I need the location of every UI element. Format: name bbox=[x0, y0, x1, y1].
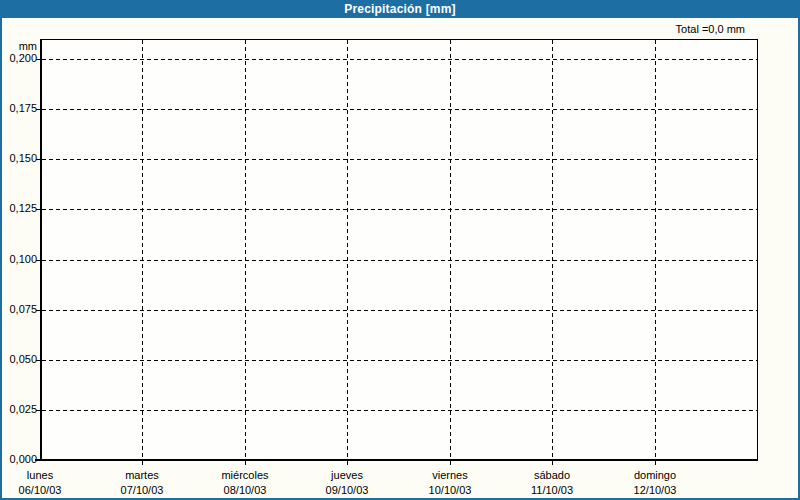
total-annotation: Total =0,0 mm bbox=[676, 23, 745, 35]
plot-area bbox=[40, 39, 758, 461]
x-gridline bbox=[142, 40, 143, 459]
y-tick-label: 0,150 bbox=[2, 152, 37, 165]
y-axis-line bbox=[40, 39, 42, 461]
day-date: 07/10/03 bbox=[121, 483, 164, 498]
day-date: 10/10/03 bbox=[429, 483, 472, 498]
y-gridline bbox=[42, 109, 757, 110]
x-tick-mark bbox=[552, 461, 553, 465]
y-tick-label: 0,125 bbox=[2, 202, 37, 215]
day-date: 08/10/03 bbox=[221, 483, 268, 498]
day-name: jueves bbox=[326, 468, 369, 483]
day-date: 11/10/03 bbox=[531, 483, 573, 498]
day-name: viernes bbox=[429, 468, 472, 483]
plot-frame-top bbox=[40, 39, 758, 40]
y-tick-label: 0,100 bbox=[2, 253, 37, 266]
day-name: lunes bbox=[19, 468, 62, 483]
day-name: domingo bbox=[634, 468, 677, 483]
y-gridline bbox=[42, 410, 757, 411]
y-gridline bbox=[42, 209, 757, 210]
x-gridline bbox=[347, 40, 348, 459]
chart-canvas: Total =0,0 mm mm 0,2000,1750,1500,1250,1… bbox=[2, 18, 798, 498]
x-axis-line bbox=[35, 459, 758, 461]
y-axis-unit-label: mm bbox=[2, 40, 37, 52]
x-gridline bbox=[245, 40, 246, 459]
x-gridline bbox=[552, 40, 553, 459]
y-gridline bbox=[42, 360, 757, 361]
x-day-label: viernes10/10/03 bbox=[429, 468, 472, 498]
y-tick-label: 0,175 bbox=[2, 102, 37, 115]
x-day-label: domingo12/10/03 bbox=[634, 468, 677, 498]
x-gridline bbox=[655, 40, 656, 459]
plot-frame-right bbox=[757, 39, 758, 461]
y-tick-label: 0,075 bbox=[2, 303, 37, 316]
x-day-label: sábado11/10/03 bbox=[531, 468, 573, 498]
day-name: martes bbox=[121, 468, 164, 483]
y-gridline bbox=[42, 159, 757, 160]
x-gridline bbox=[450, 40, 451, 459]
y-gridline bbox=[42, 59, 757, 60]
y-tick-label: 0,000 bbox=[2, 453, 37, 466]
chart-title-bar: Precipitación [mm] bbox=[0, 0, 800, 18]
x-tick-mark bbox=[347, 461, 348, 465]
y-tick-label: 0,025 bbox=[2, 403, 37, 416]
x-day-label: lunes06/10/03 bbox=[19, 468, 62, 498]
y-gridline bbox=[42, 260, 757, 261]
y-gridline bbox=[42, 310, 757, 311]
x-tick-mark bbox=[142, 461, 143, 465]
day-name: sábado bbox=[531, 468, 573, 483]
x-tick-mark bbox=[245, 461, 246, 465]
x-day-label: jueves09/10/03 bbox=[326, 468, 369, 498]
day-date: 12/10/03 bbox=[634, 483, 677, 498]
y-tick-label: 0,200 bbox=[2, 52, 37, 65]
precipitation-chart-window: Precipitación [mm] Total =0,0 mm mm 0,20… bbox=[0, 0, 800, 500]
day-date: 09/10/03 bbox=[326, 483, 369, 498]
x-day-label: martes07/10/03 bbox=[121, 468, 164, 498]
day-date: 06/10/03 bbox=[19, 483, 62, 498]
day-name: miércoles bbox=[221, 468, 268, 483]
y-tick-label: 0,050 bbox=[2, 353, 37, 366]
x-tick-mark bbox=[450, 461, 451, 465]
x-day-label: miércoles08/10/03 bbox=[221, 468, 268, 498]
x-tick-mark bbox=[655, 461, 656, 465]
